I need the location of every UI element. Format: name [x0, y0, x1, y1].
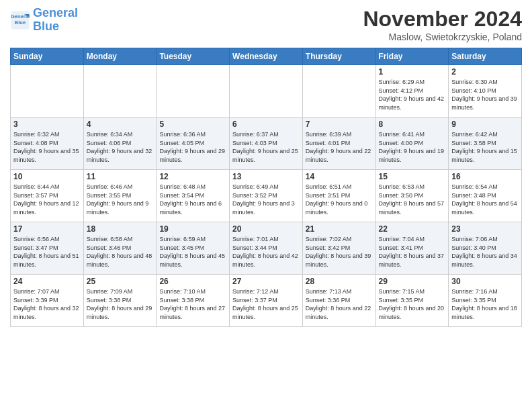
- header-friday: Friday: [375, 48, 449, 65]
- week-row-4: 17Sunrise: 6:56 AM Sunset: 3:47 PM Dayli…: [11, 222, 522, 275]
- calendar-cell: 11Sunrise: 6:46 AM Sunset: 3:55 PM Dayli…: [83, 170, 157, 222]
- day-info: Sunrise: 7:10 AM Sunset: 3:38 PM Dayligh…: [159, 287, 226, 321]
- calendar-cell: 18Sunrise: 6:58 AM Sunset: 3:46 PM Dayli…: [83, 222, 157, 275]
- day-number: 22: [379, 224, 446, 234]
- week-row-2: 3Sunrise: 6:32 AM Sunset: 4:08 PM Daylig…: [11, 118, 522, 170]
- calendar-cell: 13Sunrise: 6:49 AM Sunset: 3:52 PM Dayli…: [230, 170, 303, 222]
- header-tuesday: Tuesday: [157, 48, 230, 65]
- calendar-cell: 14Sunrise: 6:51 AM Sunset: 3:51 PM Dayli…: [302, 170, 375, 222]
- week-row-5: 24Sunrise: 7:07 AM Sunset: 3:39 PM Dayli…: [11, 275, 522, 327]
- calendar-cell: 3Sunrise: 6:32 AM Sunset: 4:08 PM Daylig…: [11, 118, 84, 170]
- day-number: 13: [232, 172, 300, 181]
- calendar-cell: 27Sunrise: 7:12 AM Sunset: 3:37 PM Dayli…: [230, 275, 303, 327]
- day-number: 20: [232, 224, 300, 234]
- day-info: Sunrise: 6:51 AM Sunset: 3:51 PM Dayligh…: [306, 183, 373, 216]
- calendar-cell: 24Sunrise: 7:07 AM Sunset: 3:39 PM Dayli…: [11, 275, 84, 327]
- week-row-1: 1Sunrise: 6:29 AM Sunset: 4:12 PM Daylig…: [11, 65, 522, 118]
- day-info: Sunrise: 6:53 AM Sunset: 3:50 PM Dayligh…: [379, 183, 446, 216]
- calendar-cell: 20Sunrise: 7:01 AM Sunset: 3:44 PM Dayli…: [230, 222, 303, 275]
- day-info: Sunrise: 6:58 AM Sunset: 3:46 PM Dayligh…: [87, 235, 154, 269]
- day-number: 3: [13, 120, 81, 129]
- day-info: Sunrise: 7:07 AM Sunset: 3:39 PM Dayligh…: [13, 287, 81, 321]
- day-number: 23: [451, 224, 519, 234]
- day-info: Sunrise: 7:09 AM Sunset: 3:38 PM Dayligh…: [87, 287, 154, 321]
- header-sunday: Sunday: [11, 48, 84, 65]
- day-info: Sunrise: 7:12 AM Sunset: 3:37 PM Dayligh…: [232, 287, 300, 321]
- logo-icon: General Blue: [10, 10, 30, 30]
- calendar-cell: 12Sunrise: 6:48 AM Sunset: 3:54 PM Dayli…: [157, 170, 230, 222]
- day-number: 1: [379, 67, 446, 77]
- calendar-cell: 30Sunrise: 7:16 AM Sunset: 3:35 PM Dayli…: [449, 275, 522, 327]
- calendar-cell: 9Sunrise: 6:42 AM Sunset: 3:58 PM Daylig…: [449, 118, 522, 170]
- day-info: Sunrise: 6:36 AM Sunset: 4:05 PM Dayligh…: [159, 130, 226, 164]
- calendar-cell: [302, 65, 375, 118]
- title-block: November 2024 Maslow, Swietokrzyskie, Po…: [363, 7, 522, 42]
- day-number: 17: [13, 224, 81, 234]
- calendar-cell: [157, 65, 230, 118]
- day-number: 6: [232, 120, 300, 129]
- day-number: 8: [379, 120, 446, 129]
- calendar-cell: [83, 65, 157, 118]
- calendar-cell: 6Sunrise: 6:37 AM Sunset: 4:03 PM Daylig…: [230, 118, 303, 170]
- day-info: Sunrise: 6:42 AM Sunset: 3:58 PM Dayligh…: [451, 130, 519, 164]
- header-monday: Monday: [83, 48, 157, 65]
- calendar-cell: 19Sunrise: 6:59 AM Sunset: 3:45 PM Dayli…: [157, 222, 230, 275]
- calendar-cell: 16Sunrise: 6:54 AM Sunset: 3:48 PM Dayli…: [449, 170, 522, 222]
- calendar-cell: 8Sunrise: 6:41 AM Sunset: 4:00 PM Daylig…: [375, 118, 449, 170]
- day-info: Sunrise: 6:48 AM Sunset: 3:54 PM Dayligh…: [159, 183, 226, 216]
- calendar-cell: 22Sunrise: 7:04 AM Sunset: 3:41 PM Dayli…: [375, 222, 449, 275]
- day-info: Sunrise: 7:02 AM Sunset: 3:42 PM Dayligh…: [306, 235, 373, 269]
- day-number: 27: [232, 277, 300, 286]
- calendar-cell: 7Sunrise: 6:39 AM Sunset: 4:01 PM Daylig…: [302, 118, 375, 170]
- day-info: Sunrise: 6:29 AM Sunset: 4:12 PM Dayligh…: [379, 78, 446, 111]
- day-number: 18: [87, 224, 154, 234]
- day-info: Sunrise: 7:06 AM Sunset: 3:40 PM Dayligh…: [451, 235, 519, 269]
- day-number: 5: [159, 120, 226, 129]
- header-thursday: Thursday: [302, 48, 375, 65]
- day-info: Sunrise: 6:39 AM Sunset: 4:01 PM Dayligh…: [306, 130, 373, 164]
- logo: General Blue General Blue: [10, 7, 78, 34]
- day-info: Sunrise: 7:16 AM Sunset: 3:35 PM Dayligh…: [451, 287, 519, 321]
- day-number: 11: [87, 172, 154, 181]
- day-info: Sunrise: 6:46 AM Sunset: 3:55 PM Dayligh…: [87, 183, 154, 216]
- page: General Blue General Blue November 2024 …: [0, 0, 532, 411]
- day-number: 15: [379, 172, 446, 181]
- day-number: 10: [13, 172, 81, 181]
- header-saturday: Saturday: [449, 48, 522, 65]
- calendar-cell: 5Sunrise: 6:36 AM Sunset: 4:05 PM Daylig…: [157, 118, 230, 170]
- day-number: 28: [306, 277, 373, 286]
- day-number: 24: [13, 277, 81, 286]
- calendar-cell: 15Sunrise: 6:53 AM Sunset: 3:50 PM Dayli…: [375, 170, 449, 222]
- logo-text: General Blue: [33, 7, 78, 34]
- calendar-cell: 17Sunrise: 6:56 AM Sunset: 3:47 PM Dayli…: [11, 222, 84, 275]
- header: General Blue General Blue November 2024 …: [10, 7, 522, 42]
- day-info: Sunrise: 7:13 AM Sunset: 3:36 PM Dayligh…: [306, 287, 373, 321]
- calendar-cell: 26Sunrise: 7:10 AM Sunset: 3:38 PM Dayli…: [157, 275, 230, 327]
- day-info: Sunrise: 6:34 AM Sunset: 4:06 PM Dayligh…: [87, 130, 154, 164]
- calendar-cell: 28Sunrise: 7:13 AM Sunset: 3:36 PM Dayli…: [302, 275, 375, 327]
- svg-text:Blue: Blue: [15, 19, 26, 26]
- calendar-cell: 10Sunrise: 6:44 AM Sunset: 3:57 PM Dayli…: [11, 170, 84, 222]
- day-number: 9: [451, 120, 519, 129]
- day-info: Sunrise: 6:41 AM Sunset: 4:00 PM Dayligh…: [379, 130, 446, 164]
- day-info: Sunrise: 6:49 AM Sunset: 3:52 PM Dayligh…: [232, 183, 300, 216]
- day-info: Sunrise: 6:59 AM Sunset: 3:45 PM Dayligh…: [159, 235, 226, 269]
- header-wednesday: Wednesday: [230, 48, 303, 65]
- weekday-header-row: Sunday Monday Tuesday Wednesday Thursday…: [11, 48, 522, 65]
- day-info: Sunrise: 6:44 AM Sunset: 3:57 PM Dayligh…: [13, 183, 81, 216]
- day-number: 14: [306, 172, 373, 181]
- day-info: Sunrise: 7:01 AM Sunset: 3:44 PM Dayligh…: [232, 235, 300, 269]
- calendar-cell: 1Sunrise: 6:29 AM Sunset: 4:12 PM Daylig…: [375, 65, 449, 118]
- day-number: 30: [451, 277, 519, 286]
- week-row-3: 10Sunrise: 6:44 AM Sunset: 3:57 PM Dayli…: [11, 170, 522, 222]
- day-info: Sunrise: 6:54 AM Sunset: 3:48 PM Dayligh…: [451, 183, 519, 216]
- day-number: 21: [306, 224, 373, 234]
- day-info: Sunrise: 7:04 AM Sunset: 3:41 PM Dayligh…: [379, 235, 446, 269]
- day-number: 12: [159, 172, 226, 181]
- day-number: 29: [379, 277, 446, 286]
- day-info: Sunrise: 7:15 AM Sunset: 3:35 PM Dayligh…: [379, 287, 446, 321]
- day-info: Sunrise: 6:37 AM Sunset: 4:03 PM Dayligh…: [232, 130, 300, 164]
- day-number: 4: [87, 120, 154, 129]
- calendar-cell: [11, 65, 84, 118]
- day-info: Sunrise: 6:56 AM Sunset: 3:47 PM Dayligh…: [13, 235, 81, 269]
